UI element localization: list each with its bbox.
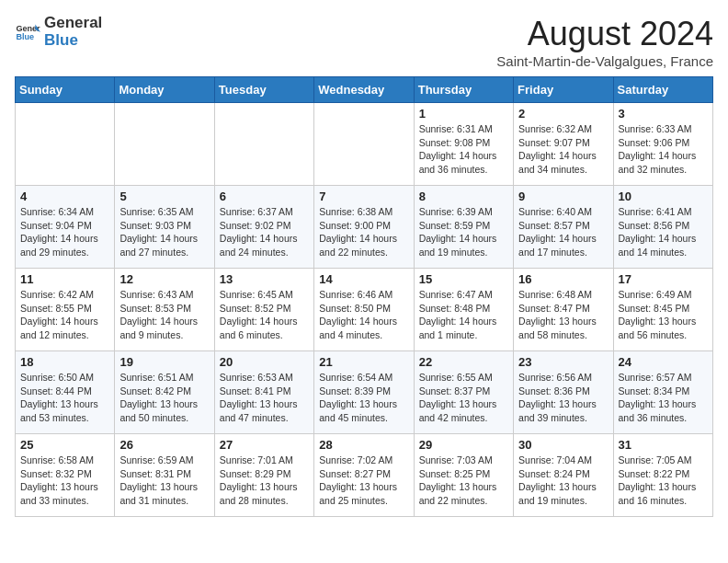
- day-number: 5: [119, 190, 209, 203]
- day-number: 21: [319, 355, 408, 369]
- day-number: 16: [518, 272, 608, 286]
- calendar-week-row: 1Sunrise: 6:31 AM Sunset: 9:08 PM Daylig…: [16, 103, 713, 186]
- day-number: 31: [619, 438, 708, 452]
- day-info: Sunrise: 6:47 AM Sunset: 8:48 PM Dayligh…: [419, 288, 508, 342]
- day-info: Sunrise: 6:59 AM Sunset: 8:31 PM Dayligh…: [119, 454, 209, 508]
- day-info: Sunrise: 6:53 AM Sunset: 8:41 PM Dayligh…: [220, 371, 309, 425]
- calendar-cell: 14Sunrise: 6:46 AM Sunset: 8:50 PM Dayli…: [314, 269, 414, 351]
- calendar-cell: [314, 103, 414, 186]
- day-number: 28: [319, 438, 408, 452]
- day-info: Sunrise: 6:45 AM Sunset: 8:52 PM Dayligh…: [220, 288, 309, 342]
- calendar-cell: 30Sunrise: 7:04 AM Sunset: 8:24 PM Dayli…: [514, 434, 613, 517]
- day-number: 29: [419, 438, 508, 452]
- calendar-cell: 15Sunrise: 6:47 AM Sunset: 8:48 PM Dayli…: [414, 269, 513, 351]
- calendar-cell: 20Sunrise: 6:53 AM Sunset: 8:41 PM Dayli…: [214, 351, 313, 434]
- day-info: Sunrise: 6:37 AM Sunset: 9:02 PM Dayligh…: [220, 205, 309, 259]
- day-of-week-monday: Monday: [115, 77, 214, 103]
- day-number: 2: [518, 107, 608, 121]
- logo-icon: General Blue: [15, 19, 40, 45]
- calendar-cell: 19Sunrise: 6:51 AM Sunset: 8:42 PM Dayli…: [115, 351, 214, 434]
- calendar-cell: 29Sunrise: 7:03 AM Sunset: 8:25 PM Dayli…: [414, 434, 513, 517]
- calendar-cell: 1Sunrise: 6:31 AM Sunset: 9:08 PM Daylig…: [414, 103, 513, 186]
- calendar-cell: 23Sunrise: 6:56 AM Sunset: 8:36 PM Dayli…: [514, 351, 613, 434]
- day-info: Sunrise: 7:02 AM Sunset: 8:27 PM Dayligh…: [319, 454, 408, 508]
- day-number: 22: [419, 355, 508, 369]
- day-number: 24: [619, 355, 708, 369]
- calendar-cell: 24Sunrise: 6:57 AM Sunset: 8:34 PM Dayli…: [613, 351, 712, 434]
- calendar-cell: 31Sunrise: 7:05 AM Sunset: 8:22 PM Dayli…: [613, 434, 712, 517]
- day-number: 18: [20, 355, 109, 369]
- day-info: Sunrise: 6:54 AM Sunset: 8:39 PM Dayligh…: [319, 371, 408, 425]
- calendar-cell: 3Sunrise: 6:33 AM Sunset: 9:06 PM Daylig…: [613, 103, 712, 186]
- calendar-cell: 21Sunrise: 6:54 AM Sunset: 8:39 PM Dayli…: [314, 351, 414, 434]
- calendar-cell: 17Sunrise: 6:49 AM Sunset: 8:45 PM Dayli…: [613, 269, 712, 351]
- day-number: 15: [419, 272, 508, 286]
- day-number: 17: [619, 272, 708, 286]
- day-info: Sunrise: 6:43 AM Sunset: 8:53 PM Dayligh…: [119, 288, 209, 342]
- calendar-table: SundayMondayTuesdayWednesdayThursdayFrid…: [15, 76, 713, 517]
- calendar-cell: [214, 103, 313, 186]
- day-number: 11: [20, 272, 109, 286]
- day-info: Sunrise: 6:42 AM Sunset: 8:55 PM Dayligh…: [20, 288, 109, 342]
- day-info: Sunrise: 6:39 AM Sunset: 8:59 PM Dayligh…: [419, 205, 508, 259]
- day-info: Sunrise: 7:04 AM Sunset: 8:24 PM Dayligh…: [518, 454, 608, 508]
- day-number: 30: [518, 438, 608, 452]
- calendar-cell: 6Sunrise: 6:37 AM Sunset: 9:02 PM Daylig…: [214, 186, 313, 269]
- day-info: Sunrise: 6:35 AM Sunset: 9:03 PM Dayligh…: [119, 205, 209, 259]
- day-info: Sunrise: 6:40 AM Sunset: 8:57 PM Dayligh…: [518, 205, 608, 259]
- day-number: 6: [220, 190, 309, 203]
- logo: General Blue General Blue: [15, 15, 102, 49]
- day-number: 23: [518, 355, 608, 369]
- day-number: 19: [119, 355, 209, 369]
- day-info: Sunrise: 6:58 AM Sunset: 8:32 PM Dayligh…: [20, 454, 109, 508]
- calendar-cell: 12Sunrise: 6:43 AM Sunset: 8:53 PM Dayli…: [115, 269, 214, 351]
- day-info: Sunrise: 7:05 AM Sunset: 8:22 PM Dayligh…: [619, 454, 708, 508]
- calendar-cell: 16Sunrise: 6:48 AM Sunset: 8:47 PM Dayli…: [514, 269, 613, 351]
- month-year: August 2024: [496, 15, 713, 53]
- calendar-cell: 4Sunrise: 6:34 AM Sunset: 9:04 PM Daylig…: [16, 186, 115, 269]
- day-number: 9: [518, 190, 608, 203]
- day-info: Sunrise: 6:46 AM Sunset: 8:50 PM Dayligh…: [319, 288, 408, 342]
- day-info: Sunrise: 6:33 AM Sunset: 9:06 PM Dayligh…: [619, 122, 708, 177]
- location: Saint-Martin-de-Valgalgues, France: [496, 53, 713, 69]
- day-info: Sunrise: 6:32 AM Sunset: 9:07 PM Dayligh…: [518, 122, 608, 177]
- day-info: Sunrise: 6:34 AM Sunset: 9:04 PM Dayligh…: [20, 205, 109, 259]
- calendar-cell: 27Sunrise: 7:01 AM Sunset: 8:29 PM Dayli…: [214, 434, 313, 517]
- day-number: 8: [419, 190, 508, 203]
- calendar-cell: 25Sunrise: 6:58 AM Sunset: 8:32 PM Dayli…: [16, 434, 115, 517]
- title-block: August 2024 Saint-Martin-de-Valgalgues, …: [496, 15, 713, 69]
- day-of-week-thursday: Thursday: [414, 77, 513, 103]
- calendar-cell: 9Sunrise: 6:40 AM Sunset: 8:57 PM Daylig…: [514, 186, 613, 269]
- calendar-cell: 11Sunrise: 6:42 AM Sunset: 8:55 PM Dayli…: [16, 269, 115, 351]
- day-number: 12: [119, 272, 209, 286]
- day-info: Sunrise: 6:50 AM Sunset: 8:44 PM Dayligh…: [20, 371, 109, 425]
- day-of-week-tuesday: Tuesday: [214, 77, 313, 103]
- day-info: Sunrise: 6:51 AM Sunset: 8:42 PM Dayligh…: [119, 371, 209, 425]
- day-of-week-friday: Friday: [514, 77, 613, 103]
- day-info: Sunrise: 6:41 AM Sunset: 8:56 PM Dayligh…: [619, 205, 708, 259]
- day-info: Sunrise: 6:31 AM Sunset: 9:08 PM Dayligh…: [419, 122, 508, 177]
- calendar-cell: [115, 103, 214, 186]
- day-info: Sunrise: 6:56 AM Sunset: 8:36 PM Dayligh…: [518, 371, 608, 425]
- day-number: 7: [319, 190, 408, 203]
- calendar-cell: 5Sunrise: 6:35 AM Sunset: 9:03 PM Daylig…: [115, 186, 214, 269]
- calendar-week-row: 4Sunrise: 6:34 AM Sunset: 9:04 PM Daylig…: [16, 186, 713, 269]
- day-of-week-sunday: Sunday: [16, 77, 115, 103]
- calendar-cell: 28Sunrise: 7:02 AM Sunset: 8:27 PM Dayli…: [314, 434, 414, 517]
- day-number: 26: [119, 438, 209, 452]
- day-info: Sunrise: 6:48 AM Sunset: 8:47 PM Dayligh…: [518, 288, 608, 342]
- calendar-week-row: 18Sunrise: 6:50 AM Sunset: 8:44 PM Dayli…: [16, 351, 713, 434]
- day-number: 14: [319, 272, 408, 286]
- day-info: Sunrise: 6:55 AM Sunset: 8:37 PM Dayligh…: [419, 371, 508, 425]
- day-info: Sunrise: 6:38 AM Sunset: 9:00 PM Dayligh…: [319, 205, 408, 259]
- calendar-cell: 18Sunrise: 6:50 AM Sunset: 8:44 PM Dayli…: [16, 351, 115, 434]
- day-number: 27: [220, 438, 309, 452]
- day-number: 13: [220, 272, 309, 286]
- day-of-week-wednesday: Wednesday: [314, 77, 414, 103]
- calendar-week-row: 25Sunrise: 6:58 AM Sunset: 8:32 PM Dayli…: [16, 434, 713, 517]
- calendar-cell: 8Sunrise: 6:39 AM Sunset: 8:59 PM Daylig…: [414, 186, 513, 269]
- calendar-cell: 22Sunrise: 6:55 AM Sunset: 8:37 PM Dayli…: [414, 351, 513, 434]
- calendar-header-row: SundayMondayTuesdayWednesdayThursdayFrid…: [16, 77, 713, 103]
- logo-general: General: [44, 15, 102, 32]
- calendar-cell: 2Sunrise: 6:32 AM Sunset: 9:07 PM Daylig…: [514, 103, 613, 186]
